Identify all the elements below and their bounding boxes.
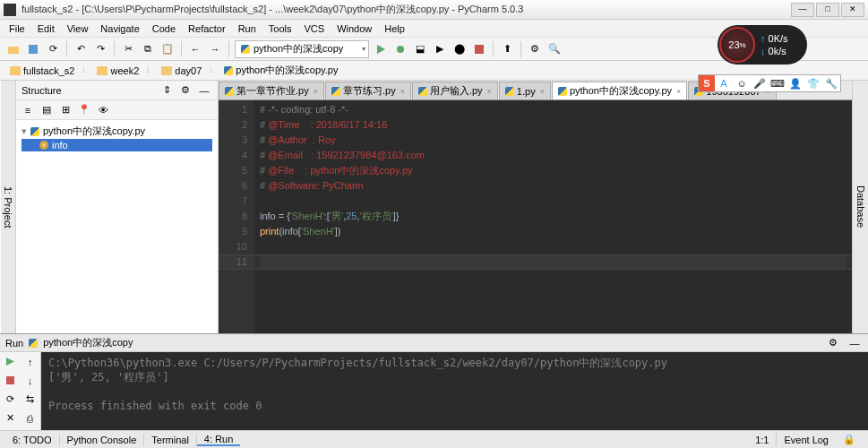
hide-icon[interactable]: — xyxy=(196,82,212,99)
search-icon[interactable]: 🔍 xyxy=(546,41,563,57)
breadcrumb-item[interactable]: python中的深浅copy.py xyxy=(219,63,342,78)
python-icon xyxy=(331,87,340,96)
caret-position[interactable]: 1:1 xyxy=(748,435,776,445)
right-gutter-tabs: Database xyxy=(852,81,868,333)
code-content[interactable]: # -*- coding: utf-8 -*-# @Time : 2018/6/… xyxy=(254,100,852,333)
run-hide-icon[interactable]: — xyxy=(847,335,863,351)
menu-navigate[interactable]: Navigate xyxy=(95,22,144,36)
run-config-combo[interactable]: python中的深浅copy xyxy=(235,40,369,58)
breadcrumb-item[interactable]: week2 xyxy=(92,65,143,77)
menu-edit[interactable]: Edit xyxy=(32,22,60,36)
open-icon[interactable] xyxy=(5,41,21,57)
run-icon[interactable] xyxy=(373,41,389,57)
rerun-icon[interactable] xyxy=(0,352,21,371)
debug-icon[interactable] xyxy=(392,41,408,57)
svg-point-3 xyxy=(397,46,404,53)
stop-run-icon[interactable] xyxy=(0,371,21,390)
copy-icon[interactable]: ⧉ xyxy=(140,41,156,57)
console-output[interactable]: C:\Python36\python3.exe C:/Users/P/Pycha… xyxy=(41,352,868,430)
tree-item-info[interactable]: v info xyxy=(21,139,212,151)
status-tab[interactable]: Python Console xyxy=(60,435,144,445)
close-button[interactable]: ✕ xyxy=(841,3,864,17)
lock-icon[interactable]: 🔒 xyxy=(836,434,863,445)
print-icon[interactable]: ⎙ xyxy=(21,409,41,427)
settings-icon[interactable]: ⚙ xyxy=(527,41,543,57)
python-icon xyxy=(225,87,234,96)
close-tab-icon[interactable]: × xyxy=(676,87,681,96)
editor-tab[interactable]: 章节练习.py× xyxy=(325,82,411,99)
sort-icon[interactable]: ≡ xyxy=(20,102,36,118)
ime-user-icon[interactable]: 👤 xyxy=(786,75,804,91)
debug2-icon[interactable]: ⬤ xyxy=(451,41,468,57)
editor-tab[interactable]: 用户输入.py× xyxy=(412,82,498,99)
gear-icon[interactable]: ⚙ xyxy=(177,82,193,99)
maximize-button[interactable]: □ xyxy=(816,3,839,17)
event-log[interactable]: Event Log xyxy=(777,435,836,445)
scroll-down-icon[interactable]: ↓ xyxy=(21,371,41,390)
menu-run[interactable]: Run xyxy=(233,22,262,36)
svg-rect-6 xyxy=(6,376,14,384)
menu-view[interactable]: View xyxy=(62,22,94,36)
close-tab-icon[interactable]: × xyxy=(400,87,405,96)
close-tab-icon[interactable]: × xyxy=(314,87,318,96)
menu-code[interactable]: Code xyxy=(147,22,181,36)
paste-icon[interactable]: 📋 xyxy=(159,41,176,57)
ime-s-icon[interactable]: S xyxy=(699,75,715,91)
forward-icon[interactable]: → xyxy=(207,41,223,57)
breadcrumb-item[interactable]: fullstack_s2 xyxy=(5,65,79,77)
ime-toolbar[interactable]: S A ☺ 🎤 ⌨ 👤 👕 🔧 xyxy=(698,74,841,92)
vcs-icon[interactable]: ⬆ xyxy=(499,41,515,57)
editor-tab[interactable]: 第一章节作业.py× xyxy=(219,82,324,99)
svg-marker-2 xyxy=(377,45,385,54)
redo-icon[interactable]: ↷ xyxy=(92,41,108,57)
save-icon[interactable] xyxy=(25,41,41,57)
sync-icon[interactable]: ⟳ xyxy=(45,41,61,57)
status-tab[interactable]: 4: Run xyxy=(197,434,240,446)
close-tab-icon[interactable]: × xyxy=(540,87,545,96)
run-config-name: python中的深浅copy xyxy=(43,336,133,349)
menu-tools[interactable]: Tools xyxy=(263,22,297,36)
stop-icon[interactable] xyxy=(471,41,487,57)
show-icon[interactable]: 👁 xyxy=(95,102,111,118)
database-tab[interactable]: Database xyxy=(854,81,868,333)
scroll-up-icon[interactable]: ↑ xyxy=(21,352,41,371)
minimize-button[interactable]: — xyxy=(791,3,814,17)
menu-file[interactable]: File xyxy=(4,22,30,36)
ime-shirt-icon[interactable]: 👕 xyxy=(804,75,822,91)
status-tab[interactable]: 6: TODO xyxy=(5,435,59,445)
autoscroll-icon[interactable]: 📍 xyxy=(76,102,92,118)
menu-window[interactable]: Window xyxy=(331,22,377,36)
network-monitor-widget[interactable]: 23% ↑ 0K/s ↓ 0k/s xyxy=(718,25,807,65)
ime-mic-icon[interactable]: 🎤 xyxy=(751,75,769,91)
ime-keyboard-icon[interactable]: ⌨ xyxy=(769,75,786,91)
restore-icon[interactable]: ⟳ xyxy=(0,390,21,409)
ime-tool-icon[interactable]: 🔧 xyxy=(822,75,840,91)
collapse-icon[interactable]: ⇕ xyxy=(159,82,175,99)
menu-help[interactable]: Help xyxy=(379,22,410,36)
status-bar: 6: TODOPython ConsoleTerminal4: Run 1:1 … xyxy=(0,430,868,448)
cut-icon[interactable]: ✂ xyxy=(120,41,136,57)
close-run-icon[interactable]: ✕ xyxy=(0,409,21,427)
filter-icon[interactable]: ▤ xyxy=(39,102,55,118)
structure-tab[interactable]: 7: Structure xyxy=(0,81,1,333)
undo-icon[interactable]: ↶ xyxy=(73,41,89,57)
menu-refactor[interactable]: Refactor xyxy=(183,22,231,36)
editor-tab[interactable]: 1.py× xyxy=(499,82,551,99)
menu-vcs[interactable]: VCS xyxy=(299,22,331,36)
project-tab[interactable]: 1: Project xyxy=(1,81,15,333)
ime-face-icon[interactable]: ☺ xyxy=(733,75,751,91)
close-tab-icon[interactable]: × xyxy=(487,87,492,96)
editor-tab[interactable]: python中的深浅copy.py× xyxy=(552,82,687,99)
run-gear-icon[interactable]: ⚙ xyxy=(825,335,841,351)
run2-icon[interactable]: ▶ xyxy=(432,41,448,57)
back-icon[interactable]: ← xyxy=(187,41,203,57)
ime-lang-icon[interactable]: A xyxy=(715,75,733,91)
coverage-icon[interactable]: ⬓ xyxy=(412,41,428,57)
breadcrumb-item[interactable]: day07 xyxy=(157,65,206,77)
expand-icon[interactable]: ⊞ xyxy=(57,102,73,118)
status-tab[interactable]: Terminal xyxy=(144,435,196,445)
code-editor[interactable]: 1234567891011 # -*- coding: utf-8 -*-# @… xyxy=(219,100,852,333)
wrap-icon[interactable]: ⇆ xyxy=(21,390,41,409)
variable-icon: v xyxy=(39,141,48,150)
tree-root[interactable]: ▾ python中的深浅copy.py xyxy=(21,124,212,139)
